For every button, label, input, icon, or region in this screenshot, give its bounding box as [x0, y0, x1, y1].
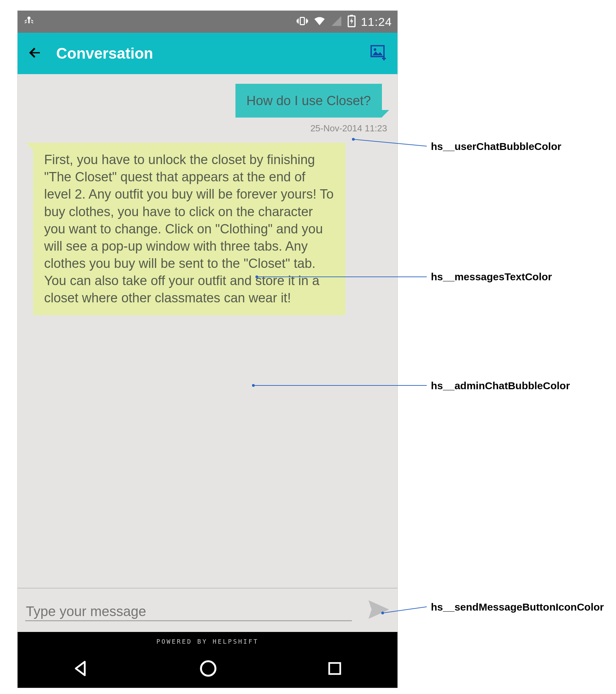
- app-bar-title: Conversation: [56, 45, 370, 62]
- send-icon[interactable]: [366, 597, 391, 623]
- svg-rect-1: [28, 19, 30, 23]
- svg-point-6: [374, 48, 376, 51]
- annotation-user-bubble: hs__userChatBubbleColor: [431, 141, 561, 152]
- admin-message-row: First, you have to unlock the closet by …: [26, 143, 389, 315]
- nav-home-icon[interactable]: [199, 659, 218, 680]
- annotation-messages-text: hs__messagesTextColor: [431, 271, 552, 283]
- admin-chat-bubble: First, you have to unlock the closet by …: [33, 143, 345, 315]
- nav-back-icon[interactable]: [72, 660, 90, 679]
- annotation-send-icon: hs__sendMessageButtonIconColor: [431, 601, 604, 613]
- wifi-icon: [313, 15, 326, 29]
- signal-icon: [331, 15, 342, 28]
- user-bubble-tail: [382, 110, 389, 118]
- user-message-text: How do I use Closet?: [246, 93, 371, 108]
- status-bar: 11:24: [18, 11, 397, 33]
- annotation-admin-bubble: hs__adminChatBubbleColor: [431, 380, 570, 392]
- app-bar: Conversation: [18, 33, 397, 74]
- clock-text: 11:24: [361, 15, 392, 29]
- vibrate-icon: [296, 15, 309, 29]
- user-message-row: How do I use Closet?: [26, 84, 389, 118]
- debug-icon: [23, 15, 35, 28]
- svg-point-7: [201, 661, 215, 676]
- nav-recents-icon[interactable]: [326, 660, 343, 678]
- user-chat-bubble: How do I use Closet?: [235, 84, 382, 118]
- input-underline: [25, 620, 352, 621]
- message-input-row: [18, 588, 397, 632]
- chat-area: How do I use Closet? 25-Nov-2014 11:23 F…: [18, 74, 397, 588]
- battery-charging-icon: [347, 15, 356, 29]
- svg-rect-8: [329, 663, 340, 674]
- android-nav-bar: [18, 651, 397, 688]
- back-icon[interactable]: [27, 45, 42, 62]
- powered-by-footer: POWERED BY HELPSHIFT: [18, 632, 397, 651]
- phone-frame: 11:24 Conversation How do I us: [17, 10, 398, 688]
- svg-rect-4: [350, 15, 353, 17]
- attach-image-icon[interactable]: [370, 44, 388, 63]
- admin-message-text: First, you have to unlock the closet by …: [44, 152, 334, 305]
- message-input[interactable]: [24, 597, 362, 623]
- svg-rect-2: [300, 18, 304, 25]
- admin-bubble-tail: [26, 143, 33, 150]
- user-message-timestamp: 25-Nov-2014 11:23: [26, 120, 389, 143]
